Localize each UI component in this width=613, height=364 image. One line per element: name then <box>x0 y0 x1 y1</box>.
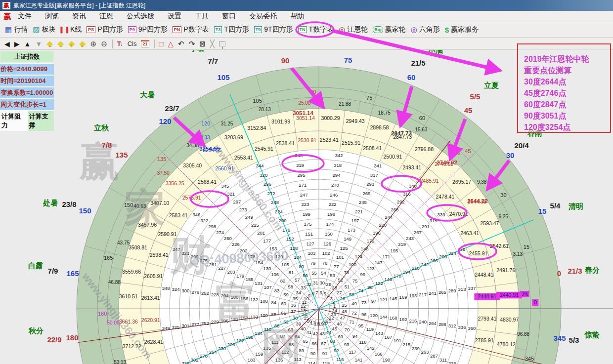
svg-text:2847.73: 2847.73 <box>391 130 412 136</box>
svg-text:298: 298 <box>208 224 216 229</box>
svg-text:293: 293 <box>366 181 374 187</box>
toolbar-kline-label: K线 <box>70 25 82 34</box>
svg-text:2785.91: 2785.91 <box>475 337 494 343</box>
toolbar-quotes-button[interactable]: ▦ 行情 <box>5 25 28 34</box>
rotate-ccw-button[interactable]: ↶ <box>178 39 184 49</box>
rotate-cw-button[interactable]: ↷ <box>189 39 195 49</box>
svg-text:315: 315 <box>430 218 438 223</box>
toolbar-hexagon-button[interactable]: ◎ 六角形 <box>411 25 440 34</box>
cls-button[interactable]: Cls <box>128 39 137 49</box>
up-button[interactable]: ▲ <box>24 39 31 49</box>
calendar-icon[interactable]: 21 <box>141 40 149 47</box>
projector-icon[interactable] <box>219 41 225 46</box>
svg-text:245: 245 <box>359 200 367 205</box>
svg-text:271: 271 <box>299 182 306 188</box>
pan-right-button[interactable]: ◆→ <box>57 39 64 49</box>
svg-text:95: 95 <box>358 323 364 328</box>
svg-text:168: 168 <box>390 315 397 321</box>
menu-gann[interactable]: 江恩 <box>99 12 113 21</box>
svg-text:35: 35 <box>293 296 298 301</box>
svg-text:77: 77 <box>334 264 339 269</box>
toolbar-sectors-button[interactable]: ▨ 板块 <box>33 25 55 34</box>
svg-text:297: 297 <box>233 199 241 204</box>
svg-text:243: 243 <box>406 236 414 241</box>
square-tool-button[interactable]: □ <box>159 39 164 49</box>
toolbar-p-square-button[interactable]: PS P四方形 <box>87 25 123 34</box>
svg-text:2545.91: 2545.91 <box>255 146 273 152</box>
zoom-out-button[interactable]: ⊖ <box>101 39 107 49</box>
svg-text:24: 24 <box>332 308 337 313</box>
pan-left-button[interactable]: ◆← <box>46 39 53 49</box>
svg-text:142: 142 <box>367 345 375 351</box>
svg-text:219: 219 <box>398 242 406 247</box>
svg-text:2949.43: 2949.43 <box>346 118 365 124</box>
svg-text:118: 118 <box>359 339 366 345</box>
svg-text:秋分: 秋分 <box>28 326 44 335</box>
svg-text:5/5: 5/5 <box>470 92 481 101</box>
svg-text:266: 266 <box>430 258 438 263</box>
svg-text:230: 230 <box>218 346 226 351</box>
svg-text:大暑: 大暑 <box>140 90 155 99</box>
svg-text:2530.91: 2530.91 <box>298 137 316 143</box>
svg-text:320: 320 <box>260 172 267 178</box>
menu-formula-stockpick[interactable]: 公式选股 <box>127 12 154 21</box>
svg-text:4780.12: 4780.12 <box>497 341 516 347</box>
toolbar-p-table-label: P数字表 <box>183 25 209 34</box>
gann-wheel-chart-area[interactable]: 0153045607590105120135150165180195210225… <box>0 50 613 364</box>
next-button[interactable]: ▶ <box>14 39 20 49</box>
menu-file[interactable]: 文件 <box>18 12 32 21</box>
svg-text:73: 73 <box>361 300 367 305</box>
toolbar-9t-square-button[interactable]: T9 9T四方形 <box>254 25 293 34</box>
svg-text:2491.76: 2491.76 <box>496 267 515 273</box>
pan-down-button[interactable]: ◆↓ <box>80 39 86 49</box>
box-x-button[interactable]: ⊠ <box>199 39 206 49</box>
toolbar-p-table-button[interactable]: PN P数字表 <box>173 25 209 34</box>
annotation-box: 2019年江恩轮中轮 重要点位测算 30度2644点 45度2746点 60度2… <box>517 43 611 133</box>
prev-button[interactable]: ◀ <box>4 39 10 49</box>
svg-text:120: 120 <box>370 313 378 318</box>
toolbar-t-square-button[interactable]: T3 T四方形 <box>214 25 249 34</box>
svg-text:273: 273 <box>239 207 247 212</box>
svg-text:43: 43 <box>319 331 325 336</box>
cross-tool-button[interactable]: ╳ <box>210 39 215 49</box>
svg-text:3610.51: 3610.51 <box>119 293 138 299</box>
menu-news[interactable]: 资讯 <box>72 12 86 21</box>
menu-trade[interactable]: 交易委托 <box>249 12 277 21</box>
svg-text:100: 100 <box>349 262 356 267</box>
svg-text:90: 90 <box>310 351 316 356</box>
down-button[interactable]: ▼ <box>35 39 42 49</box>
svg-text:272: 272 <box>267 191 275 196</box>
svg-text:220: 220 <box>379 222 387 228</box>
svg-text:93: 93 <box>344 342 350 347</box>
time-axis-button[interactable]: T ↓ <box>117 39 123 49</box>
svg-text:3203.69: 3203.69 <box>224 134 243 140</box>
toolbar-t-table-button[interactable]: TN T数字表 <box>298 25 334 34</box>
svg-text:99: 99 <box>360 272 366 277</box>
menu-settings[interactable]: 设置 <box>168 12 181 21</box>
calc-support-button[interactable]: 计算支撑 <box>28 111 54 131</box>
svg-text:348: 348 <box>162 285 170 291</box>
app-logo-icon: 赢 <box>2 2 10 9</box>
svg-text:217: 217 <box>419 292 427 297</box>
svg-text:290: 290 <box>439 254 447 259</box>
svg-text:3101.99: 3101.99 <box>271 119 290 124</box>
toolbar-winner-service-button[interactable]: $ 赢家服务 <box>445 25 479 34</box>
toolbar-winner-wheel-button[interactable]: Big 赢家轮 <box>373 25 406 34</box>
svg-text:287: 287 <box>430 353 438 359</box>
menu-window[interactable]: 窗口 <box>222 12 236 21</box>
menu-help[interactable]: 帮助 <box>290 12 304 21</box>
toolbar-kline-button[interactable]: ▌▐ K线 <box>60 25 82 34</box>
triangle-tool-button[interactable]: △ <box>168 39 174 49</box>
svg-text:267: 267 <box>414 230 422 235</box>
svg-text:2793.41: 2793.41 <box>478 316 496 322</box>
quotes-grid-icon: ▦ <box>5 25 12 34</box>
tn-badge-icon: TN <box>298 26 307 33</box>
svg-text:201: 201 <box>257 230 265 236</box>
toolbar-gann-wheel-button[interactable]: ◎ 江恩轮 <box>339 25 368 34</box>
pan-up-button[interactable]: ◆↑ <box>68 39 75 49</box>
zoom-in-button[interactable]: ⊕ <box>90 39 97 49</box>
menu-tools[interactable]: 工具 <box>195 12 209 21</box>
toolbar-9p-square-button[interactable]: P9 9P四方形 <box>128 25 168 34</box>
calc-resistance-button[interactable]: 计算阻力 <box>0 111 28 131</box>
menu-browse[interactable]: 浏览 <box>45 12 59 21</box>
